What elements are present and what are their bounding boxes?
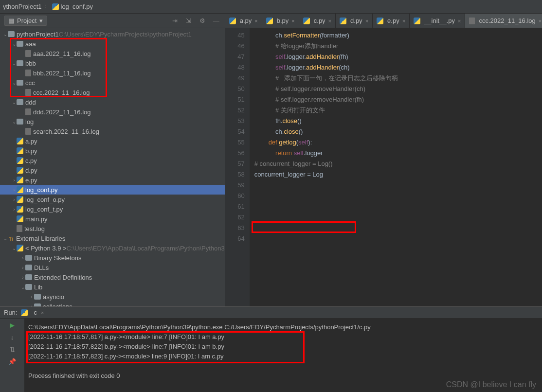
editor-tab[interactable]: __init__.py× <box>410 14 465 28</box>
folder-icon <box>25 284 32 290</box>
editor-tabs[interactable]: a.py×b.py×c.py×d.py×e.py×__init__.py×ccc… <box>225 14 542 28</box>
file-icon <box>25 50 31 57</box>
tree-item-label: ddd <box>25 99 36 106</box>
editor-tab[interactable]: b.py× <box>262 14 299 28</box>
python-icon <box>17 186 23 193</box>
tree-item[interactable]: ›log_conf_o.py <box>0 195 225 204</box>
tree-item[interactable]: d.py <box>0 165 225 175</box>
folder-icon <box>25 265 32 270</box>
breadcrumb-project[interactable]: ythonProject1 <box>3 3 42 10</box>
tree-item-label: DLLs <box>34 264 49 271</box>
close-icon[interactable]: × <box>254 18 257 24</box>
tree-item[interactable]: ›log_conf_t.py <box>0 204 225 214</box>
stop-button[interactable]: ↓ <box>11 334 14 341</box>
tree-item[interactable]: ddd.2022_11_16.log <box>0 107 225 117</box>
python-icon <box>17 177 23 183</box>
tree-item[interactable]: ⌄bbb <box>0 58 225 68</box>
editor-tab[interactable]: d.py× <box>336 14 373 28</box>
close-icon[interactable]: × <box>365 18 368 24</box>
file-icon <box>469 18 475 24</box>
python-icon <box>340 18 346 24</box>
tree-item[interactable]: ⌄⫙External Libraries <box>0 233 225 243</box>
tree-item[interactable]: ›Binary Skeletons <box>0 253 225 263</box>
tree-item-label: log_conf_t.py <box>25 206 63 213</box>
run-panel: Run: c × ▶ ↓ ⇅ 📌 C:\Users\EDY\AppData\Lo… <box>0 306 542 392</box>
folder-icon <box>8 31 15 37</box>
folder-icon <box>34 303 41 306</box>
tree-item[interactable]: c.py <box>0 156 225 165</box>
editor-tab[interactable]: ccc.2022_11_16.log× <box>465 14 542 28</box>
tree-item-label: collections <box>43 303 72 307</box>
tree-item[interactable]: bbb.2022_11_16.log <box>0 68 225 78</box>
python-icon <box>17 206 23 213</box>
folder-icon <box>17 60 23 66</box>
tree-item[interactable]: ›collections <box>0 302 225 306</box>
tree-item[interactable]: test.log <box>0 224 225 233</box>
tree-item-label: d.py <box>25 167 37 174</box>
project-dropdown[interactable]: ▤ Project ▾ <box>4 16 47 26</box>
gear-icon[interactable]: ⚙ <box>199 17 207 25</box>
tree-item[interactable]: ›asyncio <box>0 292 225 302</box>
tree-item-label: a.py <box>25 138 37 145</box>
close-icon[interactable]: × <box>539 18 542 24</box>
python-icon <box>17 157 23 164</box>
tree-item[interactable]: a.py <box>0 136 225 146</box>
tree-item-label: log <box>25 118 34 125</box>
collapse-all-icon[interactable]: ⇥ <box>172 17 180 25</box>
file-icon <box>25 108 31 115</box>
close-icon[interactable]: × <box>328 18 331 24</box>
folder-icon <box>17 80 23 86</box>
file-icon <box>17 225 22 232</box>
tree-item[interactable]: ⌄Lib <box>0 282 225 292</box>
folder-icon <box>17 119 23 125</box>
python-icon <box>21 309 28 316</box>
run-button[interactable]: ▶ <box>10 321 15 329</box>
chevron-right-icon: 〉 <box>44 2 50 11</box>
breadcrumb-file[interactable]: log_conf.py <box>61 3 93 10</box>
tree-item[interactable]: ⌄ddd <box>0 97 225 107</box>
python-icon <box>303 18 310 24</box>
tree-item[interactable]: b.py <box>0 146 225 156</box>
run-config[interactable]: c <box>34 309 37 316</box>
tree-item[interactable]: main.py <box>0 214 225 224</box>
tree-item[interactable]: ⌄pythonProject1 C:\Users\EDY\PycharmProj… <box>0 29 225 39</box>
python-icon <box>229 18 236 24</box>
hide-icon[interactable]: — <box>213 17 221 25</box>
close-icon[interactable]: × <box>458 18 461 24</box>
tree-item[interactable]: ›Extended Definitions <box>0 272 225 282</box>
editor-tab[interactable]: a.py× <box>225 14 262 28</box>
code-area[interactable]: ch.setFormatter(formatter) # 给logger添加ha… <box>250 28 542 306</box>
folder-icon <box>25 274 32 280</box>
layout-button[interactable]: ⇅ <box>10 346 15 353</box>
tree-item-label: ccc <box>25 79 35 87</box>
close-icon[interactable]: × <box>402 18 405 24</box>
folder-icon <box>17 41 23 47</box>
tree-item[interactable]: ›log_conf.py <box>0 185 225 195</box>
tree-item[interactable]: ⌄log <box>0 117 225 126</box>
project-tree[interactable]: ⌄pythonProject1 C:\Users\EDY\PycharmProj… <box>0 28 225 306</box>
pin-button[interactable]: 📌 <box>8 358 16 365</box>
python-icon <box>17 245 23 251</box>
tree-item-label: External Libraries <box>16 235 65 242</box>
tree-item[interactable]: ⌄aaa <box>0 39 225 49</box>
tree-item[interactable]: ⌄ccc <box>0 78 225 88</box>
close-icon[interactable]: × <box>291 18 294 24</box>
console-output[interactable]: C:\Users\EDY\AppData\Local\Programs\Pyth… <box>24 319 542 392</box>
tree-item[interactable]: ›e.py <box>0 175 225 185</box>
python-icon <box>17 196 23 203</box>
tree-item[interactable]: ccc.2022_11_16.log <box>0 88 225 97</box>
editor-area: a.py×b.py×c.py×d.py×e.py×__init__.py×ccc… <box>225 14 542 306</box>
tree-item[interactable]: search.2022_11_16.log <box>0 126 225 136</box>
tree-item[interactable]: ›DLLs <box>0 263 225 272</box>
expand-icon[interactable]: ⇲ <box>186 17 194 25</box>
editor-tab[interactable]: c.py× <box>299 14 336 28</box>
tree-item-label: bbb <box>25 60 36 67</box>
tree-item[interactable]: aaa.2022_11_16.log <box>0 49 225 58</box>
editor-tab[interactable]: e.py× <box>373 14 410 28</box>
close-icon[interactable]: × <box>41 310 44 316</box>
tree-item-label: pythonProject1 <box>17 31 59 38</box>
tree-item-label: Extended Definitions <box>34 274 92 281</box>
project-sidebar: ▤ Project ▾ ⇥ ⇲ ⚙ — ⌄pythonProject1 C:\U… <box>0 14 225 306</box>
tree-item-label: main.py <box>25 215 48 223</box>
tree-item[interactable]: ⌄< Python 3.9 > C:\Users\EDY\AppData\Loc… <box>0 243 225 253</box>
